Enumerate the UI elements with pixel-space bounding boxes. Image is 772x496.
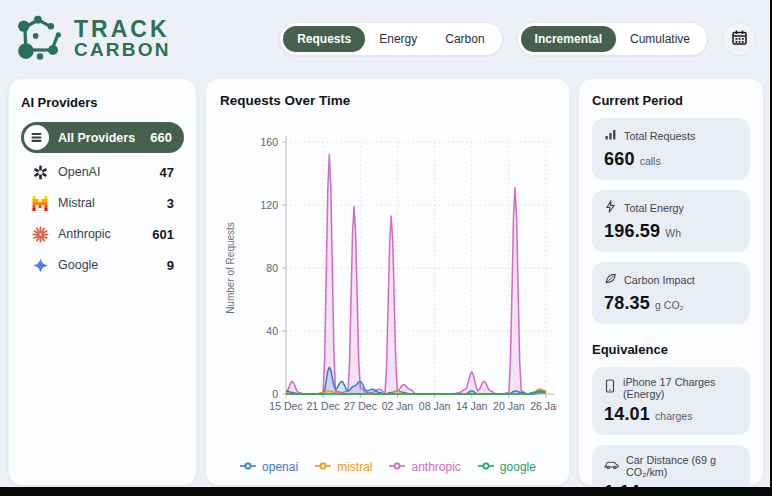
svg-text:80: 80 — [266, 262, 278, 274]
stat-unit: calls — [640, 155, 661, 167]
stat-card-total-requests: Total Requests660calls — [592, 118, 750, 180]
providers-list: All Providers660OpenAI47Mistral3Anthropi… — [21, 122, 184, 280]
stat-card-iphone-17-charges-energy: iPhone 17 Charges (Energy)14.01charges — [592, 367, 750, 435]
equivalence-cards: iPhone 17 Charges (Energy)14.01chargesCa… — [592, 367, 750, 496]
stats-panel: Current Period Total Requests660callsTot… — [578, 78, 764, 486]
svg-text:02 Jan: 02 Jan — [382, 400, 414, 412]
svg-text:08 Jan: 08 Jan — [419, 400, 451, 412]
provider-count: 660 — [150, 130, 172, 145]
header: TRACK CARBON RequestsEnergyCarbon Increm… — [0, 0, 772, 78]
sidebar-item-google[interactable]: Google9 — [21, 250, 184, 280]
logo-line-1: TRACK — [74, 18, 171, 41]
stat-unit: charges — [655, 410, 692, 422]
mode-toggle: IncrementalCumulative — [517, 22, 708, 56]
stat-card-total-energy: Total Energy196.59Wh — [592, 190, 750, 252]
metric-option-energy[interactable]: Energy — [365, 26, 431, 52]
chart-title: Requests Over Time — [220, 93, 555, 108]
svg-text:40: 40 — [266, 325, 278, 337]
current-period-cards: Total Requests660callsTotal Energy196.59… — [592, 118, 750, 324]
molecule-logo-icon — [14, 11, 66, 67]
equivalence-title: Equivalence — [592, 342, 750, 357]
sidebar-item-all-providers[interactable]: All Providers660 — [21, 122, 184, 153]
leaf-icon — [604, 271, 617, 289]
mistral-logo-icon — [31, 194, 49, 212]
provider-label: Mistral — [58, 196, 95, 210]
provider-count: 3 — [167, 196, 174, 211]
svg-text:160: 160 — [260, 136, 278, 148]
stat-label: Total Requests — [624, 130, 695, 142]
stat-label: iPhone 17 Charges (Energy) — [623, 376, 738, 400]
legend-marker-icon — [239, 460, 257, 474]
legend-label: openai — [262, 460, 298, 474]
phone-icon — [604, 379, 616, 397]
legend-label: anthropic — [411, 460, 460, 474]
openai-logo-icon — [31, 163, 49, 181]
chart-legend: openaimistralanthropicgoogle — [220, 460, 555, 474]
provider-label: All Providers — [58, 131, 135, 145]
provider-label: Google — [58, 258, 98, 272]
sidebar-item-anthropic[interactable]: Anthropic601 — [21, 219, 184, 249]
svg-text:120: 120 — [260, 199, 278, 211]
app-logo: TRACK CARBON — [14, 11, 171, 67]
provider-label: Anthropic — [58, 227, 111, 241]
current-period-title: Current Period — [592, 93, 750, 108]
svg-text:Number of Requests: Number of Requests — [225, 222, 236, 314]
legend-item-google[interactable]: google — [477, 460, 536, 474]
app-title: TRACK CARBON — [74, 18, 171, 59]
stat-label: Total Energy — [624, 202, 684, 214]
svg-text:0: 0 — [272, 388, 278, 400]
stat-unit: Wh — [665, 227, 681, 239]
stat-card-carbon-impact: Carbon Impact78.35g CO₂ — [592, 262, 750, 324]
provider-label: OpenAI — [58, 165, 100, 179]
provider-count: 601 — [152, 227, 174, 242]
google-logo-icon — [31, 256, 49, 274]
stat-value: 660 — [604, 149, 635, 170]
svg-text:20 Jan: 20 Jan — [493, 400, 525, 412]
legend-item-openai[interactable]: openai — [239, 460, 298, 474]
providers-panel: AI Providers All Providers660OpenAI47Mis… — [8, 78, 197, 486]
bar-chart-icon — [604, 127, 617, 145]
layers-icon — [24, 125, 49, 150]
legend-marker-icon — [388, 460, 406, 474]
car-icon — [604, 457, 619, 475]
metric-toggle: RequestsEnergyCarbon — [279, 22, 502, 56]
stat-value: 196.59 — [604, 221, 660, 242]
mode-option-cumulative[interactable]: Cumulative — [616, 26, 704, 52]
stat-value: 14.01 — [604, 404, 650, 425]
svg-text:27 Dec: 27 Dec — [344, 400, 377, 412]
requests-chart: 0408012016015 Dec21 Dec27 Dec02 Jan08 Ja… — [220, 116, 557, 450]
provider-count: 47 — [160, 165, 174, 180]
anthropic-logo-icon — [31, 225, 49, 243]
sidebar-item-openai[interactable]: OpenAI47 — [21, 157, 184, 187]
metric-option-requests[interactable]: Requests — [283, 26, 365, 52]
energy-icon — [604, 199, 617, 217]
legend-label: mistral — [337, 460, 372, 474]
chart-panel: Requests Over Time 0408012016015 Dec21 D… — [205, 78, 570, 486]
screenshot-bottom-edge — [0, 487, 772, 496]
svg-text:21 Dec: 21 Dec — [307, 400, 340, 412]
header-controls: RequestsEnergyCarbon IncrementalCumulati… — [279, 22, 772, 56]
legend-item-anthropic[interactable]: anthropic — [388, 460, 460, 474]
svg-text:15 Dec: 15 Dec — [269, 400, 302, 412]
mode-option-incremental[interactable]: Incremental — [521, 26, 616, 52]
providers-panel-title: AI Providers — [21, 95, 184, 110]
calendar-icon — [731, 29, 748, 50]
legend-marker-icon — [314, 460, 332, 474]
legend-label: google — [500, 460, 536, 474]
stat-label: Car Distance (69 g CO₂/km) — [626, 454, 738, 478]
legend-item-mistral[interactable]: mistral — [314, 460, 372, 474]
stat-unit: g CO₂ — [655, 299, 684, 311]
calendar-button[interactable] — [722, 22, 756, 56]
sidebar-item-mistral[interactable]: Mistral3 — [21, 188, 184, 218]
metric-option-carbon[interactable]: Carbon — [431, 26, 498, 52]
provider-count: 9 — [167, 258, 174, 273]
stat-label: Carbon Impact — [624, 274, 695, 286]
svg-text:26 Jan: 26 Jan — [530, 400, 557, 412]
stat-value: 78.35 — [604, 293, 650, 314]
logo-line-2: CARBON — [74, 41, 171, 60]
legend-marker-icon — [477, 460, 495, 474]
svg-text:14 Jan: 14 Jan — [456, 400, 488, 412]
